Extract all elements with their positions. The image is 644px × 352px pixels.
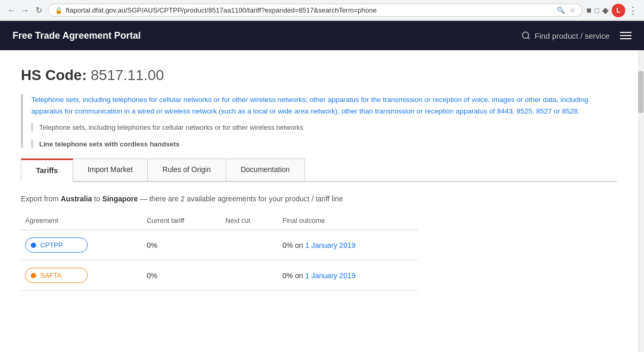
url-text: ftaportal.dfat.gov.au/SGP/AUS/CPTPP/prod… <box>66 6 554 14</box>
new-tab-icon[interactable]: □ <box>595 6 599 15</box>
table-row: CPTPP 0% 0% on 1 January 2019 <box>21 230 418 260</box>
back-icon[interactable]: ← <box>6 5 17 16</box>
hs-code-label: HS Code: <box>21 67 87 83</box>
cptpp-label: CPTPP <box>40 241 63 249</box>
safta-final-outcome: 0% on 1 January 2019 <box>278 260 418 291</box>
page-wrapper: HS Code: 8517.11.00 Telephone sets, incl… <box>0 50 644 352</box>
description-sub2-block: Line telephone sets with cordless handse… <box>31 140 617 148</box>
cptpp-outcome-date[interactable]: 1 January 2019 <box>305 241 356 249</box>
safta-pill[interactable]: SAFTA <box>25 268 88 283</box>
cptpp-dot <box>31 243 36 248</box>
search-icon[interactable]: 🔍 <box>557 6 565 14</box>
lock-icon: 🔒 <box>55 7 63 14</box>
tab-documentation[interactable]: Documentation <box>226 158 305 181</box>
star-icon[interactable]: ☆ <box>569 6 576 14</box>
extensions-icon[interactable]: ■ <box>587 6 592 15</box>
table-header-row: Agreement Current tariff Next cut Final … <box>21 213 418 230</box>
table-row: SAFTA 0% 0% on 1 January 2019 <box>21 260 418 291</box>
menu-line-1 <box>620 32 631 33</box>
table-header: Agreement Current tariff Next cut Final … <box>21 213 418 230</box>
svg-point-0 <box>522 32 529 38</box>
col-agreement: Agreement <box>21 213 143 230</box>
hs-code-value: 8517.11.00 <box>91 67 164 83</box>
chrome-menu-icon[interactable]: ⋮ <box>628 5 638 16</box>
cptpp-next-cut <box>221 230 278 260</box>
safta-dot <box>31 273 36 278</box>
puzzle-icon[interactable]: ◆ <box>602 5 608 15</box>
navbar-right: Find product / service <box>521 31 631 40</box>
navbar-brand: Free Trade Agreement Portal <box>13 30 140 41</box>
search-icon <box>521 31 531 40</box>
safta-next-cut <box>221 260 278 291</box>
menu-line-3 <box>620 38 631 39</box>
safta-label: SAFTA <box>40 271 62 279</box>
scrollbar[interactable] <box>638 50 644 352</box>
tabs-container: Tariffs Import Market Rules of Origin Do… <box>21 158 617 182</box>
safta-outcome-date[interactable]: 1 January 2019 <box>305 271 356 280</box>
description-sub2-text: Line telephone sets with cordless handse… <box>39 140 180 148</box>
find-product-search[interactable]: Find product / service <box>521 31 610 40</box>
description-main-text: Telephone sets, including telephones for… <box>31 94 617 117</box>
tab-rules-of-origin[interactable]: Rules of Origin <box>148 158 226 181</box>
user-avatar[interactable]: L <box>612 4 625 17</box>
browser-right-icons: ■ □ ◆ L ⋮ <box>587 4 638 17</box>
description-sub-block: Telephone sets, including telephones for… <box>31 123 617 131</box>
description-block: Telephone sets, including telephones for… <box>21 94 617 148</box>
col-current-tariff: Current tariff <box>143 213 221 230</box>
cptpp-cell: CPTPP <box>21 230 143 260</box>
address-bar[interactable]: 🔒 ftaportal.dfat.gov.au/SGP/AUS/CPTPP/pr… <box>48 4 582 17</box>
main-content: HS Code: 8517.11.00 Telephone sets, incl… <box>0 50 638 352</box>
col-final-outcome: Final outcome <box>278 213 418 230</box>
reload-icon[interactable]: ↻ <box>33 5 44 16</box>
col-next-cut: Next cut <box>221 213 278 230</box>
export-to-country: Singapore <box>102 195 138 203</box>
export-info: Export from Australia to Singapore — the… <box>21 195 617 203</box>
table-body: CPTPP 0% 0% on 1 January 2019 SAFTA <box>21 230 418 291</box>
safta-outcome-text: 0% on <box>283 271 306 280</box>
svg-line-1 <box>528 37 529 39</box>
scrollbar-thumb[interactable] <box>638 71 643 113</box>
menu-line-2 <box>620 35 631 36</box>
browser-chrome: ← → ↻ 🔒 ftaportal.dfat.gov.au/SGP/AUS/CP… <box>0 0 644 21</box>
cptpp-pill[interactable]: CPTPP <box>25 237 88 253</box>
address-bar-actions: 🔍 ☆ <box>557 6 576 14</box>
tab-import-market[interactable]: Import Market <box>73 158 148 181</box>
navbar: Free Trade Agreement Portal Find product… <box>0 21 644 50</box>
export-prefix: Export from <box>21 195 61 203</box>
browser-nav-icons: ← → ↻ <box>6 5 44 16</box>
cptpp-outcome-text: 0% on <box>283 241 306 249</box>
cptpp-final-outcome: 0% on 1 January 2019 <box>278 230 418 260</box>
description-sub-text: Telephone sets, including telephones for… <box>39 123 303 131</box>
agreements-table: Agreement Current tariff Next cut Final … <box>21 213 418 291</box>
export-from-country: Australia <box>61 195 92 203</box>
hs-code-heading: HS Code: 8517.11.00 <box>21 67 617 84</box>
forward-icon[interactable]: → <box>20 5 30 16</box>
find-product-label: Find product / service <box>535 31 610 40</box>
hamburger-menu[interactable] <box>620 32 631 39</box>
safta-current-tariff: 0% <box>143 260 221 291</box>
tab-tariffs[interactable]: Tariffs <box>21 158 73 182</box>
safta-cell: SAFTA <box>21 260 143 291</box>
cptpp-current-tariff: 0% <box>143 230 221 260</box>
